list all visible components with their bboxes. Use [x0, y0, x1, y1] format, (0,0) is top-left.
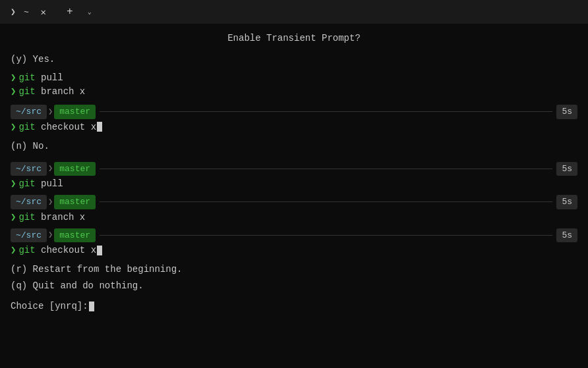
chevron-icon-1: ❯	[48, 106, 53, 118]
cmd-git-pull-1: git pull	[18, 71, 63, 85]
command-line-checkout-1: ❯ git checkout x	[11, 120, 577, 134]
prompt-dir-1: ~/src	[11, 105, 47, 119]
prompt-block-checkout-1: ~/src ❯ master 5s ❯ git checkout x	[11, 105, 577, 134]
cursor-2	[97, 246, 102, 255]
cursor-1	[97, 122, 102, 132]
close-tab-button[interactable]: ✕	[36, 5, 51, 18]
separator-4	[100, 235, 552, 236]
command-line-checkout-n: ❯ git checkout x	[11, 244, 577, 257]
terminal-body: Enable Transient Prompt? (y) Yes. ❯ git …	[0, 24, 588, 368]
prompt-time-4: 5s	[556, 228, 577, 243]
prompt-dir-3: ~/src	[11, 195, 47, 209]
prompt-time-2: 5s	[556, 162, 577, 176]
dropdown-button[interactable]: ⌄	[83, 5, 96, 18]
prompt-arrow-icon: ❯	[11, 71, 16, 85]
choice-input-line: Choice [ynrq]:	[11, 300, 577, 313]
yes-option: (y) Yes.	[11, 53, 577, 66]
prompt-branch-2: master	[54, 162, 96, 176]
separator-1	[100, 111, 552, 112]
titlebar: ❯ ~ ✕ + ⌄	[0, 0, 588, 24]
chevron-icon-2: ❯	[48, 163, 53, 174]
cmd-checkout-1: git checkout x	[18, 120, 102, 134]
prompt-bar-3: ~/src ❯ master 5s	[11, 195, 577, 209]
command-line-git-branch-1: ❯ git branch x	[11, 85, 577, 99]
quit-option: (q) Quit and do nothing.	[11, 279, 577, 293]
terminal-icon: ❯	[7, 5, 20, 18]
prompt-branch-3: master	[54, 195, 96, 209]
prompt-block-branch-n: ~/src ❯ master 5s ❯ git branch x	[11, 195, 577, 224]
command-line-branch-n: ❯ git branch x	[11, 211, 577, 224]
prompt-dir-4: ~/src	[11, 228, 47, 243]
no-option: (n) No.	[11, 140, 577, 153]
separator-2	[100, 169, 552, 169]
prompt-arrow-icon-2: ❯	[11, 85, 16, 99]
choice-label: Choice [ynrq]:	[11, 300, 88, 313]
command-line-git-pull-1: ❯ git pull	[11, 71, 577, 85]
prompt-branch-1: master	[54, 105, 96, 119]
chevron-icon-4: ❯	[48, 229, 53, 241]
prompt-bar-4: ~/src ❯ master 5s	[11, 228, 577, 243]
prompt-block-checkout-n: ~/src ❯ master 5s ❯ git checkout x	[11, 228, 577, 258]
prompt-arrow-icon-4: ❯	[11, 177, 16, 191]
tab-title: ~	[24, 7, 29, 17]
prompt-arrow-icon-6: ❯	[11, 244, 16, 257]
prompt-arrow-icon-5: ❯	[11, 211, 16, 224]
prompt-question: Enable Transient Prompt?	[11, 32, 577, 45]
input-cursor	[89, 302, 94, 311]
command-line-pull-n: ❯ git pull	[11, 177, 577, 191]
cmd-pull-n: git pull	[18, 177, 63, 191]
cmd-git-branch-1: git branch x	[18, 85, 85, 99]
prompt-block-pull-n: ~/src ❯ master 5s ❯ git pull	[11, 162, 577, 192]
prompt-time-3: 5s	[556, 195, 577, 209]
prompt-dir-2: ~/src	[11, 162, 47, 176]
chevron-icon-3: ❯	[48, 196, 53, 208]
prompt-bar-1: ~/src ❯ master 5s	[11, 105, 577, 119]
prompt-arrow-icon-3: ❯	[11, 120, 16, 134]
prompt-time-1: 5s	[556, 105, 577, 119]
prompt-bar-2: ~/src ❯ master 5s	[11, 162, 577, 176]
add-tab-button[interactable]: +	[61, 5, 79, 18]
cmd-checkout-n: git checkout x	[18, 244, 102, 257]
prompt-branch-4: master	[54, 228, 96, 243]
cmd-branch-n: git branch x	[18, 211, 85, 224]
separator-3	[100, 201, 552, 202]
restart-option: (r) Restart from the beginning.	[11, 263, 577, 276]
